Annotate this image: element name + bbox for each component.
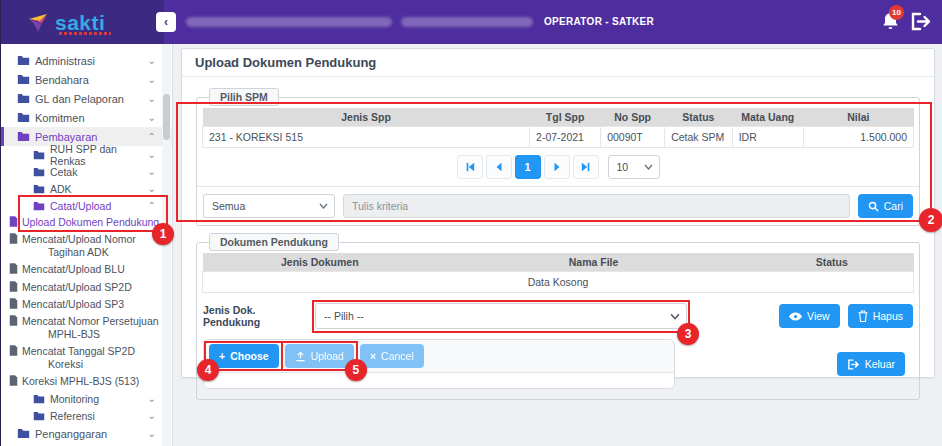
page-title: Upload Dokumen Pendukung	[182, 49, 934, 77]
cell-tgl-spp: 2-07-2021	[530, 127, 601, 148]
file-icon	[9, 345, 18, 356]
spm-table-row[interactable]: 231 - KOREKSI 515 2-07-2021 00090T Cetak…	[203, 127, 914, 148]
sidebar-item-monitoring[interactable]: Monitoring ⌄	[1, 390, 172, 407]
sidebar-item-label: Monitoring	[50, 393, 99, 405]
trash-icon	[858, 310, 868, 322]
search-icon	[868, 201, 879, 212]
sidebar-item-administrasi[interactable]: Administrasi ⌄	[1, 51, 172, 70]
view-button-label: View	[807, 310, 830, 322]
current-page-button[interactable]: 1	[515, 155, 541, 179]
brand: sakti	[1, 0, 164, 44]
sidebar-item-label: Mencatat/Upload BLU	[22, 263, 125, 275]
first-page-button[interactable]	[457, 155, 483, 179]
upload-icon	[295, 351, 306, 362]
last-page-button[interactable]	[573, 155, 599, 179]
jenis-dok-select[interactable]: -- Pilih --	[315, 303, 687, 329]
file-icon	[9, 298, 18, 309]
pagination: 1 10	[197, 148, 919, 186]
col-mata-uang: Mata Uang	[732, 108, 803, 127]
sidebar-collapse-button[interactable]: ‹	[156, 12, 176, 32]
chevron-down-icon: ⌄	[148, 167, 156, 177]
sidebar-item-label: Upload Dokumen Pendukung	[22, 216, 159, 228]
keluar-button[interactable]: Keluar	[837, 352, 905, 376]
sidebar-item-label: Mencatat/Upload SP3	[22, 298, 124, 310]
chevron-down-icon: ⌄	[148, 411, 156, 421]
sidebar-item-mencatat-nomor-persetujuan-mphl-bjs[interactable]: Mencatat Nomor Persetujuan MPHL-BJS	[1, 313, 172, 343]
search-button-label: Cari	[884, 200, 903, 212]
sidebar-item-mencatat-upload-sp3[interactable]: Mencatat/Upload SP3	[1, 296, 172, 313]
filter-row: Semua Cari	[197, 186, 919, 225]
brand-tagline	[59, 32, 111, 35]
cell-mata-uang: IDR	[732, 127, 803, 148]
hapus-button-label: Hapus	[873, 310, 903, 322]
sidebar-item-penganggaran[interactable]: Penganggaran ⌄	[1, 424, 172, 443]
sidebar-item-mencatat-upload-nomor-tagihan-adk[interactable]: Mencatat/Upload Nomor Tagihan ADK	[1, 231, 172, 261]
sidebar-item-mencatat-upload-blu[interactable]: Mencatat/Upload BLU	[1, 261, 172, 278]
file-icon	[9, 216, 18, 227]
chevron-down-icon: ⌄	[148, 150, 156, 160]
sidebar-item-adk[interactable]: ADK ⌄	[1, 180, 172, 197]
sidebar-item-gl-dan-pelaporan[interactable]: GL dan Pelaporan ⌄	[1, 89, 172, 108]
col-status: Status	[665, 108, 733, 127]
folder-icon	[33, 184, 45, 194]
filter-field-select[interactable]: Semua	[203, 194, 335, 218]
choose-button-label: Choose	[230, 350, 269, 362]
search-button[interactable]: Cari	[858, 194, 913, 218]
folder-icon	[17, 74, 30, 85]
sidebar-item-label: Komitmen	[35, 112, 85, 124]
sidebar-item-label: RUH SPP dan Renkas	[50, 143, 143, 167]
cancel-button[interactable]: × Cancel	[360, 344, 424, 368]
folder-icon	[33, 411, 45, 421]
folder-icon	[17, 55, 30, 66]
file-upload-widget: + Choose 4 Upload 5	[203, 339, 675, 389]
sidebar-item-mencatat-upload-sp2d[interactable]: Mencatat/Upload SP2D	[1, 279, 172, 296]
main-card: Upload Dokumen Pendukung Pilih SPM Jenis…	[181, 48, 935, 378]
sidebar-item-bendahara[interactable]: Bendahara ⌄	[1, 70, 172, 89]
folder-icon	[17, 112, 30, 123]
sidebar-item-upload-dokumen-pendukung[interactable]: Upload Dokumen Pendukung	[1, 214, 172, 231]
sidebar-item-label: Mencatat Tanggal SP2D Koreksi	[22, 345, 135, 370]
sidebar-item-referensi[interactable]: Referensi ⌄	[1, 407, 172, 424]
sidebar-item-koreksi-mphl-bjs-513[interactable]: Koreksi MPHL-BJS (513)	[1, 373, 172, 390]
next-page-button[interactable]	[544, 155, 570, 179]
cancel-button-label: Cancel	[381, 350, 414, 362]
folder-icon	[33, 167, 45, 177]
eye-icon	[789, 312, 802, 321]
choose-button[interactable]: + Choose	[209, 344, 279, 368]
hapus-button[interactable]: Hapus	[848, 304, 913, 328]
sidebar-scrollbar-thumb[interactable]	[163, 94, 170, 140]
col-jenis-dokumen: Jenis Dokumen	[203, 253, 438, 272]
sidebar-item-label: Mencatat Nomor Persetujuan MPHL-BJS	[22, 315, 159, 340]
sidebar-item-komitmen[interactable]: Komitmen ⌄	[1, 108, 172, 127]
chevron-down-icon: ⌄	[148, 429, 156, 439]
sidebar-item-catat-upload[interactable]: Catat/Upload ⌃	[1, 197, 172, 214]
file-icon	[9, 375, 18, 386]
sidebar-item-label: Pembayaran	[35, 131, 97, 143]
file-icon	[9, 315, 18, 326]
chevron-down-icon: ⌄	[148, 394, 156, 404]
sidebar-item-mencatat-tanggal-sp2d-koreksi[interactable]: Mencatat Tanggal SP2D Koreksi	[1, 343, 172, 373]
sidebar-item-label: Bendahara	[35, 74, 89, 86]
plus-icon: +	[219, 350, 225, 362]
folder-icon	[33, 394, 45, 404]
chevron-down-icon: ⌄	[148, 113, 156, 123]
notifications-button[interactable]: 10	[877, 10, 903, 36]
chevron-down-icon: ⌄	[148, 94, 156, 104]
filter-keyword-input[interactable]	[343, 194, 850, 218]
caret-right-icon	[552, 162, 562, 172]
view-button[interactable]: View	[779, 304, 840, 328]
folder-icon	[17, 131, 30, 142]
upload-button[interactable]: Upload	[285, 344, 354, 368]
upload-row: + Choose 4 Upload 5	[197, 333, 919, 399]
sidebar-item-label: Referensi	[50, 410, 95, 422]
col-status: Status	[750, 253, 914, 272]
file-icon	[9, 281, 18, 292]
col-no-spp: No Spp	[601, 108, 665, 127]
file-upload-content[interactable]	[204, 373, 674, 388]
prev-page-button[interactable]	[486, 155, 512, 179]
page-size-select[interactable]: 10	[608, 155, 660, 179]
logout-icon	[847, 359, 860, 370]
sidebar-item-ruh-spp-dan-renkas[interactable]: RUH SPP dan Renkas ⌄	[1, 146, 172, 163]
header-logout-button[interactable]	[909, 12, 933, 32]
jenis-dok-label: Jenis Dok. Pendukung	[203, 304, 315, 328]
